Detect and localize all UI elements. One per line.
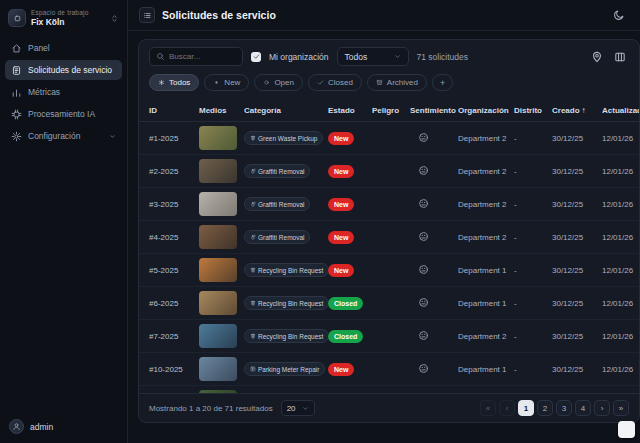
table-row[interactable] [139, 386, 639, 393]
sidebar-item-label: Métricas [28, 87, 116, 97]
page-button-4[interactable]: 4 [575, 400, 591, 416]
cell-organization: Department 2 [458, 233, 514, 242]
cell-updated: 12/01/26 [602, 299, 639, 308]
cell-organization: Department 1 [458, 299, 514, 308]
table-row[interactable]: #4-2025Graffiti RemovalNewDepartment 2-3… [139, 221, 639, 254]
last-page-button[interactable]: » [613, 400, 629, 416]
cell-status: New [328, 363, 372, 376]
column-header-id[interactable]: ID [149, 106, 199, 115]
search-input[interactable] [169, 52, 236, 61]
filter-tab-label: New [224, 78, 240, 87]
category-badge: Recycling Bin Request [244, 296, 328, 310]
column-header-organizacion[interactable]: Organización [458, 106, 514, 115]
workspace-switcher[interactable]: Espacio de trabajo Fix Köln [0, 0, 127, 34]
media-thumbnail[interactable] [199, 159, 237, 183]
sidebar-item-solicitudes-de-servicio[interactable]: Solicitudes de servicio [5, 60, 122, 80]
category-badge: Recycling Bin Request [244, 329, 328, 343]
column-header-sentimiento[interactable]: Sentimiento [410, 106, 458, 115]
column-label: Estado [328, 106, 355, 115]
category-label: Green Waste Pickup [258, 135, 317, 142]
add-filter-button[interactable]: + [432, 74, 453, 91]
table-row[interactable]: #7-2025Recycling Bin RequestClosedDepart… [139, 320, 639, 353]
page-button-1[interactable]: 1 [518, 400, 534, 416]
chart-icon [11, 87, 22, 98]
cell-district: - [514, 167, 552, 176]
cell-created: 30/12/25 [552, 167, 602, 176]
media-thumbnail[interactable] [199, 258, 237, 282]
sidebar-item-label: Panel [28, 43, 116, 53]
organization-select[interactable]: Todos [337, 47, 409, 66]
cell-sentiment [410, 330, 458, 343]
column-label: Medios [199, 106, 227, 115]
column-header-actualizado[interactable]: Actualizado [602, 106, 640, 115]
status-badge: New [328, 132, 354, 145]
media-thumbnail[interactable] [199, 357, 237, 381]
user-menu[interactable]: admin [0, 410, 127, 443]
table-row[interactable]: #1-2025Green Waste PickupNewDepartment 2… [139, 122, 639, 155]
table-row[interactable]: #6-2025Recycling Bin RequestClosedDepart… [139, 287, 639, 320]
cell-created: 30/12/25 [552, 134, 602, 143]
user-name: admin [30, 422, 53, 432]
table-row[interactable]: #2-2025Graffiti RemovalNewDepartment 2-3… [139, 155, 639, 188]
widget-button[interactable] [618, 421, 635, 438]
cell-category: Recycling Bin Request [244, 329, 328, 343]
column-header-distrito[interactable]: Distrito [514, 106, 552, 115]
neutral-face-icon [418, 297, 429, 308]
filter-tab-new[interactable]: New [204, 74, 249, 91]
column-label: ID [149, 106, 157, 115]
columns-button[interactable] [611, 48, 629, 66]
first-page-button[interactable]: « [480, 400, 496, 416]
media-thumbnail[interactable] [199, 291, 237, 315]
media-thumbnail[interactable] [199, 126, 237, 150]
pagination: «‹1234›» [480, 400, 629, 416]
media-thumbnail[interactable] [199, 324, 237, 348]
cell-updated: 12/01/26 [602, 134, 639, 143]
media-thumbnail[interactable] [199, 192, 237, 216]
column-label: Organización [458, 106, 509, 115]
cell-media [199, 192, 244, 216]
sidebar-item-metricas[interactable]: Métricas [5, 82, 122, 102]
map-view-button[interactable] [588, 48, 606, 66]
sidebar-item-configuracion[interactable]: Configuración [5, 126, 122, 146]
column-label: Peligro [372, 106, 399, 115]
filter-tab-open[interactable]: Open [254, 74, 303, 91]
prev-page-button[interactable]: ‹ [499, 400, 515, 416]
status-badge: Closed [328, 297, 363, 310]
filter-tab-todos[interactable]: Todos [149, 74, 199, 91]
trash-icon [250, 300, 256, 306]
sidebar-item-panel[interactable]: Panel [5, 38, 122, 58]
spray-icon [250, 201, 256, 207]
neutral-face-icon [418, 363, 429, 374]
next-page-button[interactable]: › [594, 400, 610, 416]
table-row[interactable]: #10-2025Parking Meter RepairNewDepartmen… [139, 353, 639, 386]
cell-media [199, 291, 244, 315]
table-row[interactable]: #5-2025Recycling Bin RequestNewDepartmen… [139, 254, 639, 287]
category-badge: Graffiti Removal [244, 164, 310, 178]
column-header-estado[interactable]: Estado [328, 106, 372, 115]
search-box[interactable] [149, 47, 243, 66]
sidebar-item-procesamiento-ia[interactable]: Procesamiento IA [5, 104, 122, 124]
column-header-creado[interactable]: Creado↑ [552, 106, 602, 115]
filter-tab-archived[interactable]: Archived [367, 74, 427, 91]
my-organization-label: Mi organización [269, 52, 329, 62]
category-label: Graffiti Removal [258, 168, 304, 175]
table-row[interactable]: #3-2025Graffiti RemovalNewDepartment 2-3… [139, 188, 639, 221]
cell-organization: Department 2 [458, 134, 514, 143]
cell-status: New [328, 231, 372, 244]
column-header-peligro[interactable]: Peligro [372, 106, 410, 115]
page-button-2[interactable]: 2 [537, 400, 553, 416]
chevron-down-icon [394, 53, 401, 60]
neutral-face-icon [418, 330, 429, 341]
filter-tab-closed[interactable]: Closed [308, 74, 362, 91]
theme-toggle-button[interactable] [610, 6, 628, 24]
status-badge: New [328, 231, 354, 244]
media-thumbnail[interactable] [199, 225, 237, 249]
column-header-medios[interactable]: Medios [199, 106, 244, 115]
cell-sentiment [410, 297, 458, 310]
column-header-categoria[interactable]: Categoría [244, 106, 328, 115]
page-size-select[interactable]: 20 [281, 400, 315, 416]
spray-icon [250, 168, 256, 174]
search-icon [156, 52, 165, 61]
page-button-3[interactable]: 3 [556, 400, 572, 416]
my-organization-checkbox[interactable] [251, 52, 261, 62]
